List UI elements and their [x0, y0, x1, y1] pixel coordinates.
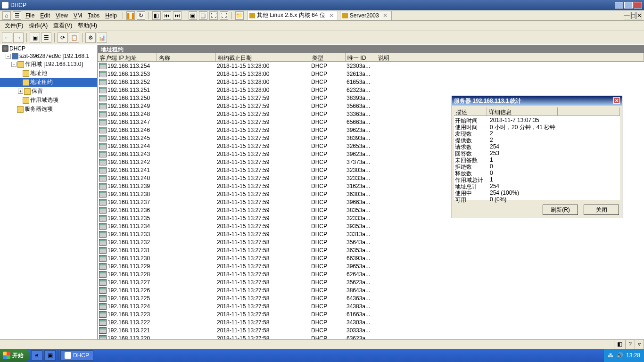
- lease-row[interactable]: 192.168.113.2232018-11-15 13:27:58DHCP61…: [98, 310, 644, 318]
- lease-row[interactable]: 192.168.113.2262018-11-15 13:27:58DHCP38…: [98, 286, 644, 294]
- forward-button[interactable]: →: [13, 33, 24, 43]
- tree-leases[interactable]: 地址租约: [0, 78, 97, 87]
- tray-net-icon[interactable]: 🖧: [608, 352, 613, 359]
- tree-scope-opts[interactable]: 作用域选项: [0, 96, 97, 105]
- tab-close-icon[interactable]: ✕: [383, 12, 388, 19]
- col-desc[interactable]: 说明: [376, 53, 644, 61]
- manage-snap-button[interactable]: ⏭: [173, 11, 182, 20]
- stats-row: 未回答数1: [455, 156, 619, 163]
- lease-row[interactable]: 192.168.113.2302018-11-15 13:27:58DHCP66…: [98, 254, 644, 262]
- menu-file[interactable]: 文件(F): [2, 21, 26, 31]
- revert-button[interactable]: ⏮: [163, 11, 171, 20]
- vmware-menu-help[interactable]: Help: [102, 11, 120, 20]
- host-close-button[interactable]: ✕: [636, 12, 642, 19]
- start-button[interactable]: 开始: [0, 349, 29, 362]
- lease-row[interactable]: 192.168.113.2212018-11-15 13:27:58DHCP30…: [98, 326, 644, 334]
- lease-row[interactable]: 192.168.113.2282018-11-15 13:27:58DHCP62…: [98, 270, 644, 278]
- refresh-button[interactable]: ⟳: [58, 33, 68, 43]
- status-icon2: ?: [626, 340, 635, 349]
- computer-icon: [99, 95, 107, 101]
- pause-button[interactable]: ❚❚: [126, 11, 135, 20]
- options-button[interactable]: ☰: [41, 33, 51, 43]
- stats-col-desc[interactable]: 描述: [454, 107, 487, 115]
- lease-row[interactable]: 192.168.113.2332018-11-15 13:27:59DHCP33…: [98, 230, 644, 238]
- col-id[interactable]: 唯一 ID: [346, 53, 376, 61]
- lease-row[interactable]: 192.168.113.2322018-11-15 13:27:58DHCP35…: [98, 238, 644, 246]
- stats-button[interactable]: 📊: [97, 33, 107, 43]
- stats-row: 提供数2: [455, 137, 619, 143]
- computer-icon: [99, 207, 107, 214]
- col-expiry[interactable]: 租约截止日期: [216, 53, 310, 61]
- taskbar-app-dhcp[interactable]: DHCP: [60, 350, 93, 361]
- folder-button[interactable]: 📁: [235, 11, 244, 20]
- fit-button[interactable]: ⛶: [209, 11, 218, 20]
- vmware-menu-view[interactable]: View: [53, 11, 71, 20]
- computer-icon: [99, 111, 107, 117]
- menu-view[interactable]: 查看(V): [50, 21, 75, 31]
- system-tray[interactable]: 🖧 🔊 13:28: [604, 349, 644, 362]
- lease-row[interactable]: 192.168.113.2252018-11-15 13:27:58DHCP64…: [98, 294, 644, 302]
- close-button[interactable]: [634, 2, 642, 8]
- host-max-button[interactable]: □: [631, 12, 636, 19]
- snapshot-button[interactable]: ◧: [152, 11, 161, 20]
- tree-server[interactable]: −szit-396287ed9c [192.168.1: [0, 52, 97, 60]
- tree-root[interactable]: DHCP: [0, 45, 97, 52]
- collapse-icon[interactable]: −: [11, 62, 17, 67]
- menu-help[interactable]: 帮助(H): [75, 21, 100, 31]
- collapse-icon[interactable]: −: [6, 54, 11, 59]
- maximize-button[interactable]: [624, 2, 633, 8]
- lease-row[interactable]: 192.168.113.2292018-11-15 13:27:58DHCP39…: [98, 262, 644, 270]
- expand-icon[interactable]: +: [18, 89, 23, 94]
- computer-icon: [99, 327, 107, 334]
- stretch-button[interactable]: ⛶: [220, 11, 228, 20]
- tab-close-icon[interactable]: ✕: [329, 12, 334, 19]
- mmc-toolbar: ← → ▣ ☰ ⟳ 📋 ⚙ 📊: [0, 31, 644, 44]
- export-button[interactable]: 📋: [69, 33, 79, 43]
- col-name[interactable]: 名称: [157, 53, 216, 61]
- stats-title[interactable]: 服务器 192.168.113.1 统计 ✕: [452, 96, 622, 106]
- lease-row[interactable]: 192.168.113.2522018-11-15 13:28:00DHCP61…: [98, 78, 644, 86]
- lease-row[interactable]: 192.168.113.2242018-11-15 13:27:58DHCP34…: [98, 302, 644, 310]
- tree-pool[interactable]: 地址池: [0, 69, 97, 78]
- host-min-button[interactable]: —: [624, 12, 630, 19]
- tree-scope[interactable]: −作用域 [192.168.113.0]: [0, 60, 97, 69]
- settings-button[interactable]: ⚙: [85, 33, 96, 43]
- lease-row[interactable]: 192.168.113.2542018-11-15 13:28:00DHCP32…: [98, 62, 644, 70]
- vm-tab[interactable]: 其他 Linux 2.6.x 内核 64 位✕: [247, 11, 338, 20]
- taskbar: 开始 e ▣ DHCP 🖧 🔊 13:28: [0, 349, 644, 362]
- col-ip[interactable]: 客户端 IP 地址: [98, 53, 157, 61]
- lease-row[interactable]: 192.168.113.2222018-11-15 13:27:58DHCP34…: [98, 318, 644, 326]
- tray-vol-icon[interactable]: 🔊: [616, 352, 623, 359]
- quicklaunch-ie[interactable]: e: [31, 350, 42, 361]
- stats-row: 请求数254: [455, 143, 619, 150]
- restart-button[interactable]: ↻: [137, 11, 145, 20]
- tree-pane[interactable]: DHCP −szit-396287ed9c [192.168.1 −作用域 [1…: [0, 45, 98, 349]
- lease-row[interactable]: 192.168.113.2312018-11-15 13:27:58DHCP36…: [98, 246, 644, 254]
- quicklaunch-desktop[interactable]: ▣: [44, 350, 56, 361]
- vmware-menu-vm[interactable]: VM: [71, 11, 85, 20]
- vm-tab[interactable]: Server2003✕: [340, 11, 392, 20]
- minimize-button[interactable]: [615, 2, 623, 8]
- unity-button[interactable]: ◫: [199, 11, 207, 20]
- lease-row[interactable]: 192.168.113.2532018-11-15 13:28:00DHCP32…: [98, 70, 644, 78]
- vmware-menu-file[interactable]: File: [23, 11, 37, 20]
- fullscreen-button[interactable]: ▣: [189, 11, 197, 20]
- home-button[interactable]: ⌂: [2, 11, 11, 20]
- lease-row[interactable]: 192.168.113.2512018-11-15 13:28:00DHCP62…: [98, 86, 644, 94]
- up-button[interactable]: ▣: [30, 33, 40, 43]
- stats-col-detail[interactable]: 详细信息: [487, 107, 558, 115]
- stats-close-icon[interactable]: ✕: [613, 97, 620, 104]
- vmware-menu-tabs[interactable]: Tabs: [85, 11, 102, 20]
- tree-reserve[interactable]: +保留: [0, 87, 97, 96]
- lease-row[interactable]: 192.168.113.2272018-11-15 13:27:58DHCP35…: [98, 278, 644, 286]
- computer-icon: [99, 215, 107, 222]
- col-type[interactable]: 类型: [310, 53, 346, 61]
- tree-server-opts[interactable]: 服务器选项: [0, 105, 97, 114]
- library-button[interactable]: ☰: [13, 11, 21, 20]
- menu-action[interactable]: 操作(A): [26, 21, 50, 31]
- back-button[interactable]: ←: [2, 33, 12, 43]
- stats-refresh-button[interactable]: 刷新(R): [543, 205, 578, 215]
- stats-close-button[interactable]: 关闭: [584, 205, 619, 215]
- vmware-menu-edit[interactable]: Edit: [37, 11, 53, 20]
- lease-row[interactable]: 192.168.113.2342018-11-15 13:27:59DHCP39…: [98, 222, 644, 230]
